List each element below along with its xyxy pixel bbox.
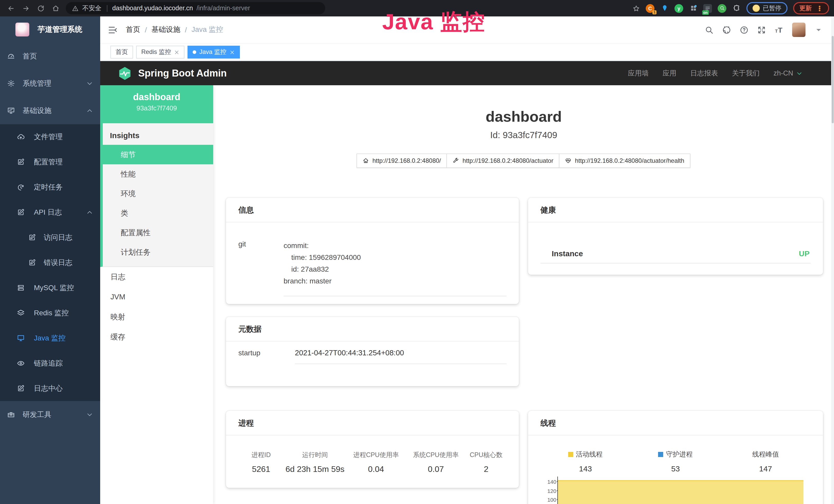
sba-menu-jvm[interactable]: JVM [100, 287, 213, 307]
sidebar-item-infrastructure[interactable]: 基础设施 [0, 97, 100, 124]
nav-applications[interactable]: 应用 [662, 69, 676, 78]
y-extension-icon[interactable]: y [675, 4, 683, 13]
close-icon[interactable] [229, 49, 235, 55]
live-threads-value: 143 [541, 464, 631, 473]
sidebar-item-access-logs[interactable]: 访问日志 [0, 225, 100, 250]
tag-home[interactable]: 首页 [110, 46, 133, 59]
sidebar-item-error-logs[interactable]: 错误日志 [0, 250, 100, 275]
sba-menu-config-props[interactable]: 配置属性 [103, 223, 213, 243]
tags-view-bar: 首页 Redis 监控 Java 监控 [100, 44, 834, 61]
sba-menu-environment[interactable]: 环境 [103, 184, 213, 203]
info-card: 信息 git commit: time: 1596289704000 id: 2… [226, 198, 519, 304]
nav-about[interactable]: 关于我们 [732, 69, 760, 78]
font-size-icon[interactable]: TT [775, 25, 784, 34]
tampermonkey-extension-icon[interactable]: on [703, 4, 712, 13]
bookmark-star-icon[interactable] [632, 4, 640, 12]
sidebar-item-dev-tools[interactable]: 研发工具 [0, 401, 100, 428]
metadata-row-label: startup [238, 349, 295, 364]
health-url-link[interactable]: http://192.168.0.2:48080/actuator/health [559, 154, 690, 168]
daemon-threads-value: 53 [631, 464, 721, 473]
sba-menu-classes[interactable]: 类 [103, 203, 213, 223]
y-tick-100: 100 [536, 497, 556, 502]
threads-card: 线程 活动线程 守护进程 线程峰值 [528, 411, 823, 504]
extension-badge: 1 [652, 10, 657, 14]
reload-icon[interactable] [37, 4, 45, 12]
user-avatar[interactable] [792, 23, 806, 37]
admin-header: 首页 / 基础设施 / Java 监控 TT [100, 17, 834, 44]
sidebar-item-scheduled-tasks[interactable]: 定时任务 [0, 175, 100, 200]
info-row-label: git [238, 240, 284, 296]
sidebar-toggle-icon[interactable] [108, 25, 118, 35]
locale-select[interactable]: zh-CN [773, 69, 803, 77]
sidebar-item-trace[interactable]: 链路追踪 [0, 351, 100, 376]
update-chrome-button[interactable]: 更新 [793, 2, 829, 15]
home-icon[interactable] [52, 4, 60, 12]
back-icon[interactable] [7, 4, 15, 12]
nav-application-wall[interactable]: 应用墙 [628, 69, 649, 78]
user-menu-caret-icon[interactable] [814, 25, 823, 34]
extension-on-badge: on [702, 10, 709, 15]
sba-sidebar: dashboard 93a3fc7f7409 Insights 细节 性能 环境… [100, 85, 213, 504]
address-bar[interactable]: 不安全 dashboard.yudao.iocoder.cn/infra/adm… [66, 2, 325, 15]
sba-brand[interactable]: Spring Boot Admin [138, 68, 227, 79]
close-icon[interactable] [174, 49, 179, 55]
sidebar-item-java-monitor[interactable]: Java 监控 [0, 325, 100, 351]
service-url-link[interactable]: http://192.168.0.2:48080/ [356, 154, 447, 168]
page-subtitle: Id: 93a3fc7f7409 [213, 130, 834, 141]
browser-menu-icon[interactable] [816, 5, 823, 12]
sba-menu-details[interactable]: 细节 [103, 145, 213, 164]
cloud-upload-icon [17, 133, 25, 141]
paused-label: 已暂停 [763, 4, 781, 13]
nav-journal[interactable]: 日志报表 [690, 69, 718, 78]
sidebar-item-home[interactable]: 首页 [0, 43, 100, 70]
colorzilla-extension-icon[interactable]: C1 [646, 4, 655, 13]
health-row-label: Instance [552, 249, 583, 258]
heartbeat-icon [565, 158, 571, 164]
sba-menu-scheduled-tasks[interactable]: 计划任务 [103, 243, 213, 262]
puzzle-extension-icon[interactable] [732, 4, 741, 13]
sidebar-item-api-logs[interactable]: API 日志 [0, 200, 100, 225]
not-secure-warning-icon [72, 5, 79, 12]
sba-menu-logs[interactable]: 日志 [100, 267, 213, 287]
sidebar-item-system-management[interactable]: 系统管理 [0, 70, 100, 97]
chevron-up-icon [86, 209, 93, 216]
profile-paused-pill[interactable]: 已暂停 [746, 2, 788, 15]
search-extension-icon[interactable] [718, 4, 726, 13]
instance-header[interactable]: dashboard 93a3fc7f7409 [100, 85, 213, 123]
sidebar-item-mysql-monitor[interactable]: MySQL 监控 [0, 275, 100, 300]
breadcrumb-home[interactable]: 首页 [126, 25, 140, 35]
layers-icon [17, 309, 25, 317]
grid-extension-icon[interactable] [689, 4, 698, 13]
forward-icon[interactable] [22, 4, 30, 12]
active-tag-dot [193, 50, 196, 54]
pin-extension-icon[interactable] [660, 4, 669, 13]
sba-menu-mappings[interactable]: 映射 [100, 307, 213, 327]
help-icon[interactable] [740, 25, 748, 34]
sidebar-item-config-management[interactable]: 配置管理 [0, 150, 100, 175]
fullscreen-icon[interactable] [757, 25, 766, 34]
breadcrumb-infrastructure[interactable]: 基础设施 [152, 25, 180, 35]
sba-menu-metrics[interactable]: 性能 [103, 164, 213, 184]
app-logo[interactable]: 芋道管理系统 [0, 17, 100, 43]
metadata-card: 元数据 startup 2021-04-27T00:44:31.254+08:0… [226, 317, 519, 386]
url-path: /infra/admin-server [197, 5, 250, 12]
monitor-icon [7, 107, 15, 115]
svg-text:T: T [775, 28, 778, 33]
peak-threads-value: 147 [721, 464, 811, 473]
tag-java-monitor[interactable]: Java 监控 [188, 46, 240, 59]
scrollbar-thumb[interactable] [832, 36, 834, 123]
github-icon[interactable] [722, 25, 731, 34]
chevron-up-icon [86, 107, 93, 114]
insights-group: Insights 细节 性能 环境 类 配置属性 计划任务 [100, 123, 213, 267]
chevron-down-icon [796, 70, 803, 76]
actuator-url-link[interactable]: http://192.168.0.2:48080/actuator [447, 154, 560, 168]
sba-logo-icon[interactable] [118, 66, 132, 81]
sidebar-item-redis-monitor[interactable]: Redis 监控 [0, 300, 100, 325]
sidebar-item-log-center[interactable]: 日志中心 [0, 376, 100, 401]
scrollbar-track[interactable] [831, 17, 834, 504]
sidebar-item-file-management[interactable]: 文件管理 [0, 124, 100, 150]
sba-menu-caches[interactable]: 缓存 [100, 327, 213, 347]
chevron-down-icon [86, 411, 93, 418]
search-icon[interactable] [705, 25, 714, 34]
tag-redis-monitor[interactable]: Redis 监控 [136, 46, 184, 59]
